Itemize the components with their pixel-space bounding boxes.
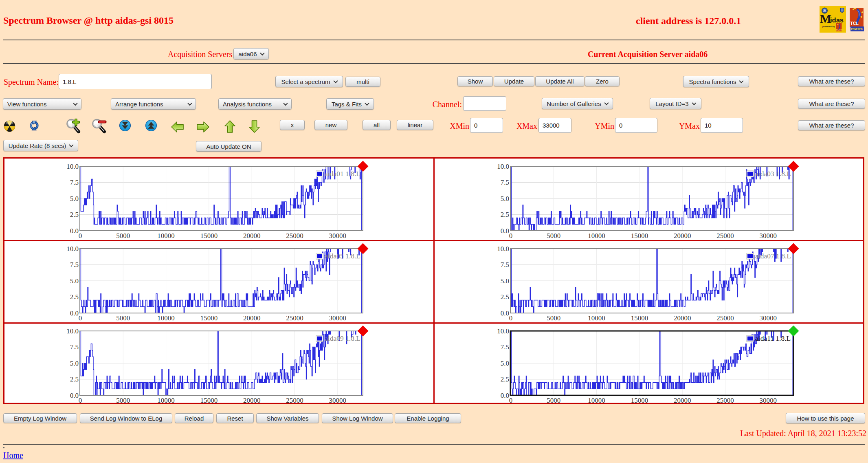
svg-text:0: 0 <box>509 232 513 240</box>
svg-text:25000: 25000 <box>716 232 734 240</box>
svg-text:5.0: 5.0 <box>70 195 79 203</box>
svg-text:10.0: 10.0 <box>66 163 79 170</box>
svg-text:7.5: 7.5 <box>70 261 79 269</box>
svg-text:aida11 1.8.L: aida11 1.8.L <box>755 334 791 342</box>
svg-text:10000: 10000 <box>157 314 175 322</box>
svg-text:25000: 25000 <box>716 397 734 404</box>
svg-text:7.5: 7.5 <box>70 343 79 351</box>
svg-text:0.0: 0.0 <box>70 392 79 399</box>
svg-text:30000: 30000 <box>760 232 777 240</box>
svg-text:SCRIPT: SCRIPT <box>836 29 844 31</box>
svg-text:15000: 15000 <box>200 314 218 322</box>
svg-text:5000: 5000 <box>116 314 130 322</box>
svg-text:0.0: 0.0 <box>70 309 79 317</box>
svg-text:aida07 1.8.L: aida07 1.8.L <box>755 252 791 260</box>
svg-text:15000: 15000 <box>631 232 648 240</box>
svg-text:30000: 30000 <box>329 314 347 322</box>
svg-text:0: 0 <box>79 232 82 240</box>
svg-text:20000: 20000 <box>674 314 691 322</box>
svg-text:5000: 5000 <box>547 314 560 322</box>
svg-text:0: 0 <box>79 314 82 322</box>
svg-text:aida09 1.8.L: aida09 1.8.L <box>325 334 360 342</box>
svg-text:7.5: 7.5 <box>501 261 509 269</box>
svg-text:20000: 20000 <box>674 232 691 240</box>
svg-text:5000: 5000 <box>116 232 130 240</box>
svg-text:30000: 30000 <box>760 397 777 404</box>
svg-text:10.0: 10.0 <box>497 327 509 335</box>
svg-text:0.0: 0.0 <box>501 392 509 399</box>
svg-text:0.0: 0.0 <box>501 309 509 317</box>
svg-text:10000: 10000 <box>588 397 605 404</box>
svg-text:25000: 25000 <box>286 232 303 240</box>
svg-text:10.0: 10.0 <box>497 163 509 170</box>
svg-text:10.0: 10.0 <box>66 327 79 335</box>
svg-text:5.0: 5.0 <box>501 359 509 367</box>
svg-text:25000: 25000 <box>286 314 303 322</box>
svg-text:7.5: 7.5 <box>501 179 509 186</box>
svg-text:2.5: 2.5 <box>70 375 79 383</box>
svg-text:aida05 1.8.L: aida05 1.8.L <box>325 252 360 260</box>
svg-text:15000: 15000 <box>631 397 648 404</box>
svg-text:2.5: 2.5 <box>501 293 509 301</box>
svg-text:2.5: 2.5 <box>501 211 509 218</box>
svg-text:10000: 10000 <box>588 232 605 240</box>
svg-text:25000: 25000 <box>286 397 303 404</box>
svg-text:30000: 30000 <box>329 232 347 240</box>
svg-text:0: 0 <box>509 397 513 404</box>
svg-text:powered by: powered by <box>822 25 835 28</box>
svg-text:POWERED: POWERED <box>851 28 863 31</box>
svg-text:aida03 1.8.L: aida03 1.8.L <box>755 170 791 178</box>
svg-text:5.0: 5.0 <box>501 277 509 285</box>
svg-text:20000: 20000 <box>243 314 261 322</box>
svg-text:5.0: 5.0 <box>70 277 79 285</box>
svg-text:5.0: 5.0 <box>501 195 509 203</box>
svg-text:20000: 20000 <box>243 232 261 240</box>
svg-text:5.0: 5.0 <box>70 359 79 367</box>
svg-text:5000: 5000 <box>547 397 560 404</box>
svg-text:2.5: 2.5 <box>501 375 509 383</box>
svg-text:2.5: 2.5 <box>70 211 79 218</box>
svg-text:10000: 10000 <box>157 397 175 404</box>
svg-text:0.0: 0.0 <box>501 227 509 235</box>
svg-text:5000: 5000 <box>116 397 130 404</box>
svg-text:aida01 1.8.L: aida01 1.8.L <box>325 170 360 178</box>
svg-text:10.0: 10.0 <box>66 245 79 253</box>
svg-text:30000: 30000 <box>329 397 347 404</box>
svg-text:7.5: 7.5 <box>70 179 79 186</box>
svg-text:0.0: 0.0 <box>70 227 79 235</box>
svg-text:5000: 5000 <box>547 232 560 240</box>
svg-text:idas: idas <box>830 16 844 24</box>
svg-text:2.5: 2.5 <box>70 293 79 301</box>
svg-text:30000: 30000 <box>760 314 777 322</box>
svg-text:20000: 20000 <box>243 397 261 404</box>
svg-text:10.0: 10.0 <box>497 245 509 253</box>
svg-text:15000: 15000 <box>200 397 218 404</box>
svg-text:10000: 10000 <box>588 314 605 322</box>
svg-text:7.5: 7.5 <box>501 343 509 351</box>
svg-text:0: 0 <box>509 314 513 322</box>
svg-text:15000: 15000 <box>631 314 648 322</box>
svg-text:15000: 15000 <box>200 232 218 240</box>
svg-text:25000: 25000 <box>716 314 734 322</box>
svg-text:20000: 20000 <box>674 397 691 404</box>
svg-text:10000: 10000 <box>157 232 175 240</box>
svg-text:TCL: TCL <box>850 21 859 26</box>
svg-text:0: 0 <box>79 397 82 404</box>
